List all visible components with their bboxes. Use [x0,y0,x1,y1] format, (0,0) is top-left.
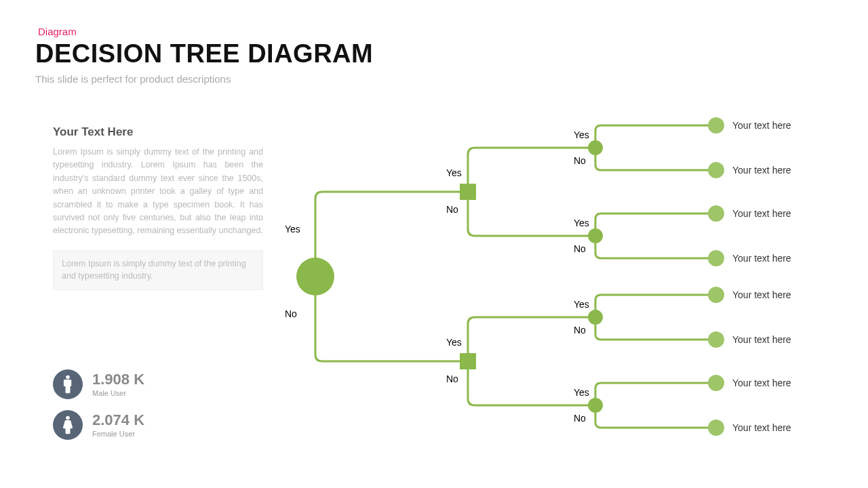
l3c-no: No [574,325,586,336]
l2b-no: No [446,373,458,384]
text-panel: Your Text Here Lorem Ipsum is simply dum… [53,125,263,290]
leaf-7 [708,375,724,391]
leaf-label-5: Your text here [732,289,791,300]
l2t-yes: Yes [446,167,462,178]
leaf-1 [708,117,724,134]
leaf-label-4: Your text here [732,253,791,264]
svg-point-0 [66,375,70,380]
subtitle: This slide is perfect for product descri… [35,73,231,85]
l3b-yes: Yes [574,218,589,228]
l3d-no: No [574,413,586,424]
stat-male-label: Male User [92,389,144,397]
l3a-yes: Yes [574,129,589,140]
root-yes: Yes [285,224,300,235]
side-heading: Your Text Here [53,125,263,139]
female-icon [53,410,83,440]
side-callout: Lorem Ipsum is simply dummy text of the … [53,250,263,291]
l2b-yes: Yes [446,337,462,348]
l2-node-bottom [460,353,476,369]
root-no: No [285,308,297,319]
l3-node-4 [588,398,603,413]
leaf-label-1: Your text here [732,120,791,131]
l3d-yes: Yes [574,387,589,398]
decision-tree: Yes No Yes No Yes No Yes No Yes No Yes N… [271,105,854,471]
stat-female-value: 2.074 K [92,413,144,428]
leaf-label-6: Your text here [732,334,791,345]
stats-block: 1.908 K Male User 2.074 K Female User [53,369,144,451]
leaf-label-3: Your text here [732,208,791,219]
leaf-5 [708,287,724,303]
stat-male-value: 1.908 K [92,372,144,387]
leaf-label-8: Your text here [732,422,791,433]
l3b-no: No [574,243,586,254]
leaf-3 [708,205,724,222]
leaf-6 [708,331,724,348]
l3-node-2 [588,228,603,243]
root-node [296,258,334,296]
leaf-label-2: Your text here [732,165,791,176]
stat-female-label: Female User [92,430,144,438]
side-body: Lorem Ipsum is simply dummy text of the … [53,146,263,238]
stat-male: 1.908 K Male User [53,369,144,399]
eyebrow: Diagram [38,26,77,37]
leaf-4 [708,250,724,266]
stat-female: 2.074 K Female User [53,410,144,440]
l3c-yes: Yes [574,299,589,310]
l3-node-3 [588,310,603,325]
leaf-label-7: Your text here [732,378,791,388]
l3-node-1 [588,140,603,155]
tree-svg [271,105,854,471]
l2t-no: No [446,204,458,215]
leaf-2 [708,162,724,178]
male-icon [53,369,83,399]
page-title: DECISION TREE DIAGRAM [35,39,373,68]
svg-point-1 [66,416,70,420]
leaf-8 [708,420,724,436]
l3a-no: No [574,155,586,166]
l2-node-top [460,184,476,200]
